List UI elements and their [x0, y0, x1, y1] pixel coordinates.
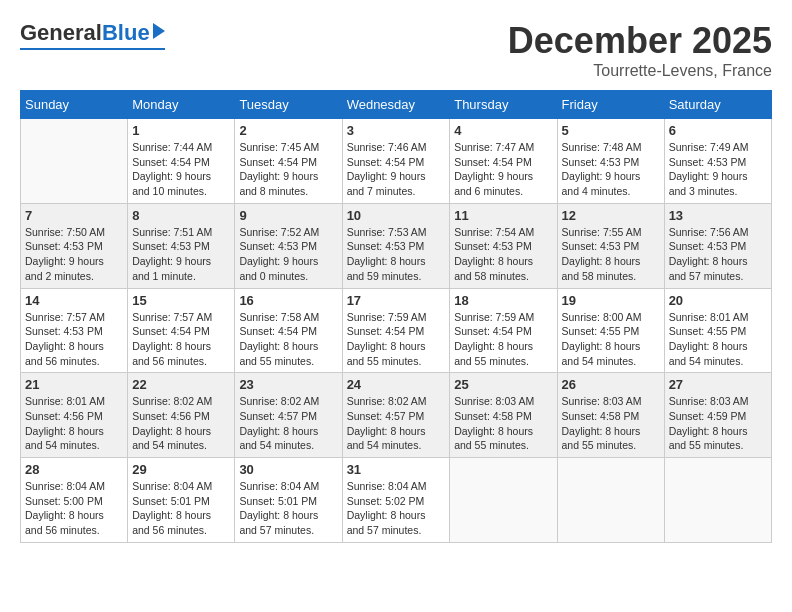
day-number: 17 [347, 293, 446, 308]
calendar-day-cell: 9Sunrise: 7:52 AM Sunset: 4:53 PM Daylig… [235, 203, 342, 288]
day-info: Sunrise: 8:04 AM Sunset: 5:00 PM Dayligh… [25, 479, 123, 538]
day-number: 22 [132, 377, 230, 392]
day-number: 1 [132, 123, 230, 138]
day-info: Sunrise: 8:04 AM Sunset: 5:01 PM Dayligh… [239, 479, 337, 538]
calendar-day-cell: 29Sunrise: 8:04 AM Sunset: 5:01 PM Dayli… [128, 458, 235, 543]
day-info: Sunrise: 7:57 AM Sunset: 4:53 PM Dayligh… [25, 310, 123, 369]
day-info: Sunrise: 7:46 AM Sunset: 4:54 PM Dayligh… [347, 140, 446, 199]
location-title: Tourrette-Levens, France [508, 62, 772, 80]
day-number: 6 [669, 123, 767, 138]
day-info: Sunrise: 8:01 AM Sunset: 4:56 PM Dayligh… [25, 394, 123, 453]
day-info: Sunrise: 7:51 AM Sunset: 4:53 PM Dayligh… [132, 225, 230, 284]
day-number: 28 [25, 462, 123, 477]
calendar-day-cell: 27Sunrise: 8:03 AM Sunset: 4:59 PM Dayli… [664, 373, 771, 458]
day-info: Sunrise: 8:00 AM Sunset: 4:55 PM Dayligh… [562, 310, 660, 369]
calendar-day-cell [557, 458, 664, 543]
calendar-day-cell: 8Sunrise: 7:51 AM Sunset: 4:53 PM Daylig… [128, 203, 235, 288]
day-info: Sunrise: 7:49 AM Sunset: 4:53 PM Dayligh… [669, 140, 767, 199]
calendar-day-cell: 6Sunrise: 7:49 AM Sunset: 4:53 PM Daylig… [664, 119, 771, 204]
calendar-day-cell: 25Sunrise: 8:03 AM Sunset: 4:58 PM Dayli… [450, 373, 557, 458]
weekday-header-friday: Friday [557, 91, 664, 119]
day-info: Sunrise: 7:53 AM Sunset: 4:53 PM Dayligh… [347, 225, 446, 284]
calendar-day-cell: 24Sunrise: 8:02 AM Sunset: 4:57 PM Dayli… [342, 373, 450, 458]
day-number: 10 [347, 208, 446, 223]
day-number: 4 [454, 123, 552, 138]
day-info: Sunrise: 7:59 AM Sunset: 4:54 PM Dayligh… [347, 310, 446, 369]
calendar-day-cell [450, 458, 557, 543]
logo-underline [20, 48, 165, 50]
day-number: 11 [454, 208, 552, 223]
day-number: 14 [25, 293, 123, 308]
day-number: 3 [347, 123, 446, 138]
calendar-day-cell: 4Sunrise: 7:47 AM Sunset: 4:54 PM Daylig… [450, 119, 557, 204]
calendar-day-cell [21, 119, 128, 204]
calendar-day-cell: 13Sunrise: 7:56 AM Sunset: 4:53 PM Dayli… [664, 203, 771, 288]
calendar-week-row: 28Sunrise: 8:04 AM Sunset: 5:00 PM Dayli… [21, 458, 772, 543]
day-info: Sunrise: 7:57 AM Sunset: 4:54 PM Dayligh… [132, 310, 230, 369]
calendar-day-cell: 22Sunrise: 8:02 AM Sunset: 4:56 PM Dayli… [128, 373, 235, 458]
day-info: Sunrise: 7:55 AM Sunset: 4:53 PM Dayligh… [562, 225, 660, 284]
calendar-day-cell [664, 458, 771, 543]
day-number: 7 [25, 208, 123, 223]
day-info: Sunrise: 8:03 AM Sunset: 4:58 PM Dayligh… [562, 394, 660, 453]
day-info: Sunrise: 8:01 AM Sunset: 4:55 PM Dayligh… [669, 310, 767, 369]
weekday-header-wednesday: Wednesday [342, 91, 450, 119]
day-number: 13 [669, 208, 767, 223]
calendar-week-row: 1Sunrise: 7:44 AM Sunset: 4:54 PM Daylig… [21, 119, 772, 204]
day-info: Sunrise: 7:50 AM Sunset: 4:53 PM Dayligh… [25, 225, 123, 284]
logo-arrow-icon [153, 23, 165, 39]
calendar-day-cell: 16Sunrise: 7:58 AM Sunset: 4:54 PM Dayli… [235, 288, 342, 373]
calendar-week-row: 14Sunrise: 7:57 AM Sunset: 4:53 PM Dayli… [21, 288, 772, 373]
weekday-header-sunday: Sunday [21, 91, 128, 119]
day-number: 19 [562, 293, 660, 308]
calendar-day-cell: 5Sunrise: 7:48 AM Sunset: 4:53 PM Daylig… [557, 119, 664, 204]
day-number: 15 [132, 293, 230, 308]
day-number: 30 [239, 462, 337, 477]
title-section: December 2025 Tourrette-Levens, France [508, 20, 772, 80]
day-info: Sunrise: 8:02 AM Sunset: 4:56 PM Dayligh… [132, 394, 230, 453]
calendar-day-cell: 18Sunrise: 7:59 AM Sunset: 4:54 PM Dayli… [450, 288, 557, 373]
calendar-day-cell: 12Sunrise: 7:55 AM Sunset: 4:53 PM Dayli… [557, 203, 664, 288]
calendar-day-cell: 23Sunrise: 8:02 AM Sunset: 4:57 PM Dayli… [235, 373, 342, 458]
logo: General Blue [20, 20, 165, 50]
day-number: 29 [132, 462, 230, 477]
day-info: Sunrise: 8:03 AM Sunset: 4:58 PM Dayligh… [454, 394, 552, 453]
weekday-header-tuesday: Tuesday [235, 91, 342, 119]
day-info: Sunrise: 7:47 AM Sunset: 4:54 PM Dayligh… [454, 140, 552, 199]
day-info: Sunrise: 8:03 AM Sunset: 4:59 PM Dayligh… [669, 394, 767, 453]
day-number: 27 [669, 377, 767, 392]
weekday-header-monday: Monday [128, 91, 235, 119]
day-number: 18 [454, 293, 552, 308]
day-info: Sunrise: 7:56 AM Sunset: 4:53 PM Dayligh… [669, 225, 767, 284]
calendar-day-cell: 3Sunrise: 7:46 AM Sunset: 4:54 PM Daylig… [342, 119, 450, 204]
day-number: 21 [25, 377, 123, 392]
calendar-day-cell: 21Sunrise: 8:01 AM Sunset: 4:56 PM Dayli… [21, 373, 128, 458]
calendar-day-cell: 20Sunrise: 8:01 AM Sunset: 4:55 PM Dayli… [664, 288, 771, 373]
day-number: 26 [562, 377, 660, 392]
weekday-header-thursday: Thursday [450, 91, 557, 119]
calendar-week-row: 21Sunrise: 8:01 AM Sunset: 4:56 PM Dayli… [21, 373, 772, 458]
calendar-table: SundayMondayTuesdayWednesdayThursdayFrid… [20, 90, 772, 543]
month-title: December 2025 [508, 20, 772, 62]
day-info: Sunrise: 7:52 AM Sunset: 4:53 PM Dayligh… [239, 225, 337, 284]
day-number: 25 [454, 377, 552, 392]
day-info: Sunrise: 7:59 AM Sunset: 4:54 PM Dayligh… [454, 310, 552, 369]
day-number: 2 [239, 123, 337, 138]
calendar-day-cell: 15Sunrise: 7:57 AM Sunset: 4:54 PM Dayli… [128, 288, 235, 373]
logo-general-text: General [20, 20, 102, 46]
calendar-week-row: 7Sunrise: 7:50 AM Sunset: 4:53 PM Daylig… [21, 203, 772, 288]
weekday-header-saturday: Saturday [664, 91, 771, 119]
calendar-day-cell: 30Sunrise: 8:04 AM Sunset: 5:01 PM Dayli… [235, 458, 342, 543]
calendar-day-cell: 31Sunrise: 8:04 AM Sunset: 5:02 PM Dayli… [342, 458, 450, 543]
calendar-day-cell: 7Sunrise: 7:50 AM Sunset: 4:53 PM Daylig… [21, 203, 128, 288]
day-number: 8 [132, 208, 230, 223]
calendar-day-cell: 17Sunrise: 7:59 AM Sunset: 4:54 PM Dayli… [342, 288, 450, 373]
calendar-day-cell: 10Sunrise: 7:53 AM Sunset: 4:53 PM Dayli… [342, 203, 450, 288]
calendar-day-cell: 1Sunrise: 7:44 AM Sunset: 4:54 PM Daylig… [128, 119, 235, 204]
day-info: Sunrise: 8:02 AM Sunset: 4:57 PM Dayligh… [347, 394, 446, 453]
day-info: Sunrise: 8:02 AM Sunset: 4:57 PM Dayligh… [239, 394, 337, 453]
calendar-day-cell: 26Sunrise: 8:03 AM Sunset: 4:58 PM Dayli… [557, 373, 664, 458]
day-info: Sunrise: 7:58 AM Sunset: 4:54 PM Dayligh… [239, 310, 337, 369]
calendar-day-cell: 14Sunrise: 7:57 AM Sunset: 4:53 PM Dayli… [21, 288, 128, 373]
day-number: 23 [239, 377, 337, 392]
